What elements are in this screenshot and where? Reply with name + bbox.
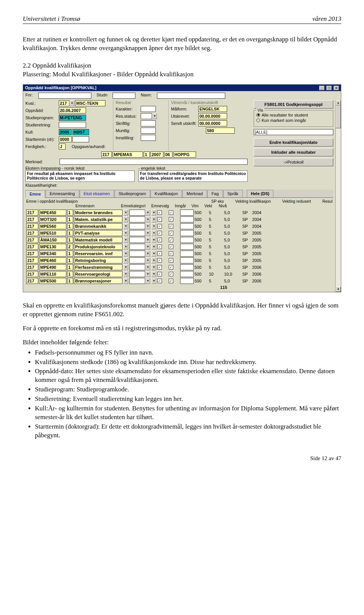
emnevalg-dropdown-icon[interactable]: ▾	[151, 230, 156, 236]
emnekategori-input[interactable]	[129, 216, 145, 222]
row-code[interactable]: 217	[26, 210, 38, 216]
maximize-icon[interactable]: □	[326, 86, 332, 90]
row-emnekode[interactable]: MPE110	[39, 271, 66, 277]
row-code[interactable]: 217	[26, 251, 38, 257]
row-emnenavn[interactable]: Reservoargeologi	[74, 271, 122, 277]
row-sp[interactable]	[180, 216, 194, 222]
row-emnenavn[interactable]: Flerfasestrømming	[74, 264, 122, 270]
tab-studieprogram[interactable]: Studieprogram	[115, 190, 150, 197]
emnenavn-dropdown-icon[interactable]: ▾	[123, 257, 128, 263]
utskrevet-input[interactable]: 00.00.0000	[198, 113, 227, 119]
row-sp[interactable]	[180, 223, 194, 229]
studn-input[interactable]	[113, 93, 135, 99]
endre-kvalifikasjon-button[interactable]: Endre kvalifikasjon/dato	[254, 138, 333, 147]
blank580-input[interactable]: 580	[206, 128, 235, 134]
row-code[interactable]: 217	[26, 230, 38, 236]
emnekat-dropdown-icon[interactable]: ▾	[145, 210, 150, 216]
protokoll-button[interactable]: ->Protokoll	[254, 158, 333, 166]
tab-emne[interactable]: Emne	[25, 190, 45, 198]
row-emnekode[interactable]: MPE340	[39, 251, 66, 257]
row-sp[interactable]	[180, 210, 194, 216]
inngar-checkbox[interactable]: ✓	[157, 231, 162, 235]
row-code[interactable]: 217	[26, 278, 38, 284]
muntlig-input[interactable]	[141, 128, 156, 134]
row-emnekode[interactable]: ÅMA150	[39, 237, 66, 243]
navn-input[interactable]	[157, 93, 225, 99]
inngar-checkbox[interactable]: ✓	[157, 217, 162, 222]
inngar-checkbox[interactable]: ✓	[157, 258, 162, 263]
vtm-checkbox[interactable]: ✓	[169, 251, 173, 256]
row-code[interactable]: 217	[26, 271, 38, 277]
oppg2-input[interactable]: MPEMAS	[113, 151, 143, 158]
emnenavn-dropdown-icon[interactable]: ▾	[123, 264, 128, 270]
emnekat-dropdown-icon[interactable]: ▾	[145, 251, 150, 257]
row-emnenavn[interactable]: Brønnmekanikk	[74, 223, 122, 229]
oppnadd-input[interactable]: 20.06.2007	[59, 107, 86, 114]
emnekat-dropdown-icon[interactable]: ▾	[145, 237, 150, 243]
row-code[interactable]: 217	[26, 216, 38, 222]
inngar-checkbox[interactable]: ✓	[157, 279, 162, 283]
malform-input[interactable]: ENGELSK	[198, 106, 227, 112]
row-emnenavn[interactable]: Retningsboring	[74, 257, 122, 263]
scroll-up-icon[interactable]: ▴	[336, 100, 341, 106]
vtm-checkbox[interactable]: ✓	[169, 210, 173, 215]
vtm-checkbox[interactable]: ✓	[169, 217, 173, 222]
oppg5-input[interactable]: 06	[164, 151, 173, 158]
table-row[interactable]: 217MPE4901Flerfasestrømming▾▾▾✓✓50055,0S…	[25, 264, 333, 271]
ferdigbeh-input[interactable]: J	[59, 144, 66, 150]
table-row[interactable]: 217MPE1302Produksjonsteknolo▾▾▾✓✓50055,0…	[25, 243, 333, 250]
inngar-checkbox[interactable]: ✓	[157, 224, 162, 229]
inngar-checkbox[interactable]: ✓	[157, 272, 162, 276]
emnevalg-dropdown-icon[interactable]: ▾	[151, 223, 156, 229]
inngar-checkbox[interactable]: ✓	[157, 265, 162, 270]
emnekat-dropdown-icon[interactable]: ▾	[145, 264, 150, 270]
emnevalg-dropdown-icon[interactable]: ▾	[151, 216, 156, 222]
row-emnenavn[interactable]: Matematisk modell	[74, 237, 122, 243]
table-row[interactable]: 217MPE4601Retningsboring▾▾▾✓✓50055,0SP20…	[25, 257, 333, 264]
emnenavn-dropdown-icon[interactable]: ▾	[123, 230, 128, 236]
tab-kvalifikasjon[interactable]: Kvalifikasjon	[151, 190, 182, 197]
emnekat-dropdown-icon[interactable]: ▾	[145, 278, 150, 284]
karakter-input[interactable]	[141, 106, 156, 112]
row-sp[interactable]	[180, 237, 194, 243]
row-emnenavn[interactable]: Moderne brønndes	[74, 210, 122, 216]
emnenavn-dropdown-icon[interactable]: ▾	[123, 271, 128, 277]
kval-name-input[interactable]: MSC-TEKN	[75, 100, 105, 106]
vtm-checkbox[interactable]: ✓	[169, 265, 173, 270]
row-emnekode[interactable]: MPE490	[39, 264, 66, 270]
row-ver[interactable]: 1	[67, 223, 73, 229]
row-emnekode[interactable]: MPE130	[39, 244, 66, 250]
inngar-checkbox[interactable]: ✓	[157, 244, 162, 249]
emnekategori-input[interactable]	[129, 251, 145, 257]
oppg4-input[interactable]: 2007	[151, 151, 163, 158]
row-emnekode[interactable]: MPE560	[39, 223, 66, 229]
row-emnenavn[interactable]: Produksjonsteknolo	[74, 244, 122, 250]
close-icon[interactable]: ×	[334, 86, 339, 90]
vtm-checkbox[interactable]: ✓	[169, 238, 173, 242]
starttermin-input[interactable]: 0000	[59, 136, 72, 142]
emnekategori-input[interactable]	[129, 278, 145, 284]
emnenavn-dropdown-icon[interactable]: ▾	[123, 210, 128, 216]
row-ver[interactable]: 1	[67, 271, 73, 277]
table-row[interactable]: 217MPE3401Reservoarsim. innf▾▾▾✓✓50055,0…	[25, 250, 333, 257]
oppg3-input[interactable]: 1	[144, 151, 150, 158]
row-emnenavn[interactable]: Reservoarsim. innf	[74, 251, 122, 257]
emnevalg-dropdown-icon[interactable]: ▾	[151, 251, 156, 257]
fnr-input[interactable]	[38, 93, 91, 99]
row-sp[interactable]	[180, 271, 194, 277]
row-ver[interactable]: 1	[67, 264, 73, 270]
table-row[interactable]: 217MOT3201Matem. statistik-pe▾▾▾✓✓50055,…	[25, 216, 333, 223]
row-emnenavn[interactable]: PVT-analyse	[74, 230, 122, 236]
vtm-checkbox[interactable]: ✓	[169, 272, 173, 276]
radio-kun-markert[interactable]: Kun markert som inngår	[256, 118, 331, 123]
emnekategori-input[interactable]	[129, 257, 145, 263]
emnekat-dropdown-icon[interactable]: ▾	[145, 230, 150, 236]
emnenavn-dropdown-icon[interactable]: ▾	[123, 278, 128, 284]
emnenavn-dropdown-icon[interactable]: ▾	[123, 223, 128, 229]
emnekat-dropdown-icon[interactable]: ▾	[145, 257, 150, 263]
resstatus-dropdown-icon[interactable]: ▾	[152, 113, 157, 119]
tab-sprak[interactable]: Språk	[223, 190, 243, 197]
emnevalg-dropdown-icon[interactable]: ▾	[151, 244, 156, 250]
inngar-checkbox[interactable]: ✓	[157, 251, 162, 256]
resstatus-input[interactable]	[141, 113, 152, 119]
